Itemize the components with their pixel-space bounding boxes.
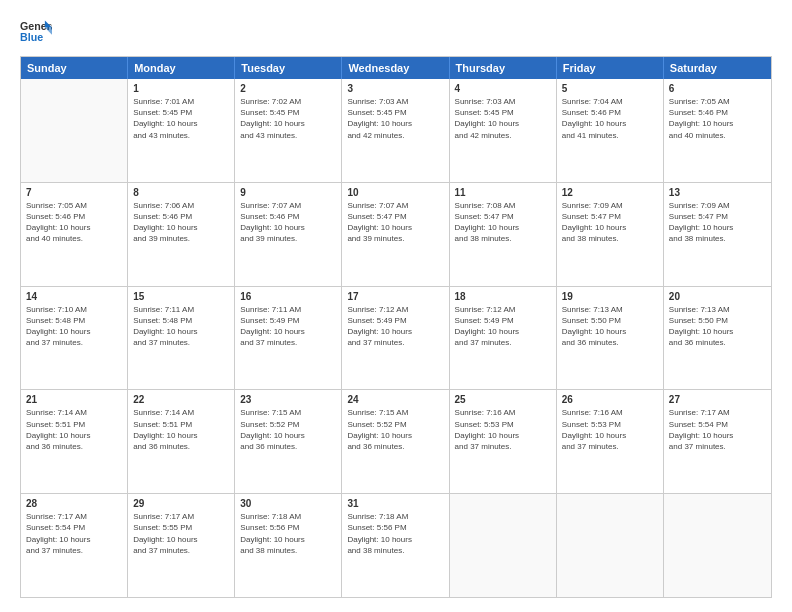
day-number: 14 [26,291,122,302]
cell-info: Sunrise: 7:07 AM Sunset: 5:46 PM Dayligh… [240,200,336,245]
calendar-cell: 20Sunrise: 7:13 AM Sunset: 5:50 PM Dayli… [664,287,771,390]
day-number: 8 [133,187,229,198]
day-number: 19 [562,291,658,302]
day-number: 11 [455,187,551,198]
cell-info: Sunrise: 7:10 AM Sunset: 5:48 PM Dayligh… [26,304,122,349]
calendar-row: 14Sunrise: 7:10 AM Sunset: 5:48 PM Dayli… [21,287,771,391]
calendar-cell: 15Sunrise: 7:11 AM Sunset: 5:48 PM Dayli… [128,287,235,390]
weekday-header: Tuesday [235,57,342,79]
cell-info: Sunrise: 7:13 AM Sunset: 5:50 PM Dayligh… [669,304,766,349]
calendar-cell: 29Sunrise: 7:17 AM Sunset: 5:55 PM Dayli… [128,494,235,597]
calendar-cell: 9Sunrise: 7:07 AM Sunset: 5:46 PM Daylig… [235,183,342,286]
calendar-cell: 6Sunrise: 7:05 AM Sunset: 5:46 PM Daylig… [664,79,771,182]
day-number: 3 [347,83,443,94]
calendar-cell: 27Sunrise: 7:17 AM Sunset: 5:54 PM Dayli… [664,390,771,493]
cell-info: Sunrise: 7:11 AM Sunset: 5:48 PM Dayligh… [133,304,229,349]
day-number: 16 [240,291,336,302]
day-number: 6 [669,83,766,94]
day-number: 26 [562,394,658,405]
cell-info: Sunrise: 7:15 AM Sunset: 5:52 PM Dayligh… [240,407,336,452]
cell-info: Sunrise: 7:05 AM Sunset: 5:46 PM Dayligh… [669,96,766,141]
calendar-cell [664,494,771,597]
cell-info: Sunrise: 7:17 AM Sunset: 5:54 PM Dayligh… [669,407,766,452]
cell-info: Sunrise: 7:05 AM Sunset: 5:46 PM Dayligh… [26,200,122,245]
day-number: 13 [669,187,766,198]
day-number: 9 [240,187,336,198]
day-number: 22 [133,394,229,405]
day-number: 20 [669,291,766,302]
day-number: 12 [562,187,658,198]
cell-info: Sunrise: 7:03 AM Sunset: 5:45 PM Dayligh… [455,96,551,141]
calendar-cell: 22Sunrise: 7:14 AM Sunset: 5:51 PM Dayli… [128,390,235,493]
weekday-header: Wednesday [342,57,449,79]
calendar-cell: 1Sunrise: 7:01 AM Sunset: 5:45 PM Daylig… [128,79,235,182]
day-number: 10 [347,187,443,198]
weekday-header: Thursday [450,57,557,79]
weekday-header: Monday [128,57,235,79]
calendar-row: 7Sunrise: 7:05 AM Sunset: 5:46 PM Daylig… [21,183,771,287]
calendar-cell: 31Sunrise: 7:18 AM Sunset: 5:56 PM Dayli… [342,494,449,597]
calendar-cell: 12Sunrise: 7:09 AM Sunset: 5:47 PM Dayli… [557,183,664,286]
cell-info: Sunrise: 7:09 AM Sunset: 5:47 PM Dayligh… [562,200,658,245]
day-number: 24 [347,394,443,405]
cell-info: Sunrise: 7:17 AM Sunset: 5:54 PM Dayligh… [26,511,122,556]
cell-info: Sunrise: 7:14 AM Sunset: 5:51 PM Dayligh… [133,407,229,452]
day-number: 7 [26,187,122,198]
calendar: SundayMondayTuesdayWednesdayThursdayFrid… [20,56,772,598]
calendar-cell: 2Sunrise: 7:02 AM Sunset: 5:45 PM Daylig… [235,79,342,182]
calendar-cell: 18Sunrise: 7:12 AM Sunset: 5:49 PM Dayli… [450,287,557,390]
calendar-cell: 19Sunrise: 7:13 AM Sunset: 5:50 PM Dayli… [557,287,664,390]
calendar-cell: 5Sunrise: 7:04 AM Sunset: 5:46 PM Daylig… [557,79,664,182]
cell-info: Sunrise: 7:02 AM Sunset: 5:45 PM Dayligh… [240,96,336,141]
svg-text:Blue: Blue [20,31,43,43]
day-number: 4 [455,83,551,94]
cell-info: Sunrise: 7:11 AM Sunset: 5:49 PM Dayligh… [240,304,336,349]
calendar-page: General Blue SundayMondayTuesdayWednesda… [0,0,792,612]
weekday-header: Friday [557,57,664,79]
cell-info: Sunrise: 7:13 AM Sunset: 5:50 PM Dayligh… [562,304,658,349]
day-number: 23 [240,394,336,405]
calendar-cell: 16Sunrise: 7:11 AM Sunset: 5:49 PM Dayli… [235,287,342,390]
cell-info: Sunrise: 7:01 AM Sunset: 5:45 PM Dayligh… [133,96,229,141]
day-number: 28 [26,498,122,509]
calendar-body: 1Sunrise: 7:01 AM Sunset: 5:45 PM Daylig… [21,79,771,597]
calendar-cell [557,494,664,597]
day-number: 18 [455,291,551,302]
cell-info: Sunrise: 7:17 AM Sunset: 5:55 PM Dayligh… [133,511,229,556]
calendar-cell: 17Sunrise: 7:12 AM Sunset: 5:49 PM Dayli… [342,287,449,390]
day-number: 27 [669,394,766,405]
cell-info: Sunrise: 7:16 AM Sunset: 5:53 PM Dayligh… [455,407,551,452]
logo: General Blue [20,18,52,46]
cell-info: Sunrise: 7:14 AM Sunset: 5:51 PM Dayligh… [26,407,122,452]
calendar-cell: 11Sunrise: 7:08 AM Sunset: 5:47 PM Dayli… [450,183,557,286]
calendar-cell [21,79,128,182]
calendar-cell: 3Sunrise: 7:03 AM Sunset: 5:45 PM Daylig… [342,79,449,182]
header: General Blue [20,18,772,46]
calendar-cell: 21Sunrise: 7:14 AM Sunset: 5:51 PM Dayli… [21,390,128,493]
calendar-cell: 7Sunrise: 7:05 AM Sunset: 5:46 PM Daylig… [21,183,128,286]
calendar-cell: 25Sunrise: 7:16 AM Sunset: 5:53 PM Dayli… [450,390,557,493]
calendar-cell: 28Sunrise: 7:17 AM Sunset: 5:54 PM Dayli… [21,494,128,597]
day-number: 2 [240,83,336,94]
calendar-row: 1Sunrise: 7:01 AM Sunset: 5:45 PM Daylig… [21,79,771,183]
calendar-cell: 8Sunrise: 7:06 AM Sunset: 5:46 PM Daylig… [128,183,235,286]
cell-info: Sunrise: 7:07 AM Sunset: 5:47 PM Dayligh… [347,200,443,245]
day-number: 1 [133,83,229,94]
calendar-row: 28Sunrise: 7:17 AM Sunset: 5:54 PM Dayli… [21,494,771,597]
cell-info: Sunrise: 7:04 AM Sunset: 5:46 PM Dayligh… [562,96,658,141]
calendar-cell [450,494,557,597]
cell-info: Sunrise: 7:16 AM Sunset: 5:53 PM Dayligh… [562,407,658,452]
cell-info: Sunrise: 7:18 AM Sunset: 5:56 PM Dayligh… [240,511,336,556]
calendar-cell: 26Sunrise: 7:16 AM Sunset: 5:53 PM Dayli… [557,390,664,493]
calendar-cell: 30Sunrise: 7:18 AM Sunset: 5:56 PM Dayli… [235,494,342,597]
cell-info: Sunrise: 7:15 AM Sunset: 5:52 PM Dayligh… [347,407,443,452]
day-number: 21 [26,394,122,405]
logo-icon: General Blue [20,18,52,46]
calendar-cell: 10Sunrise: 7:07 AM Sunset: 5:47 PM Dayli… [342,183,449,286]
calendar-header: SundayMondayTuesdayWednesdayThursdayFrid… [21,57,771,79]
calendar-row: 21Sunrise: 7:14 AM Sunset: 5:51 PM Dayli… [21,390,771,494]
weekday-header: Sunday [21,57,128,79]
calendar-cell: 24Sunrise: 7:15 AM Sunset: 5:52 PM Dayli… [342,390,449,493]
day-number: 25 [455,394,551,405]
cell-info: Sunrise: 7:08 AM Sunset: 5:47 PM Dayligh… [455,200,551,245]
